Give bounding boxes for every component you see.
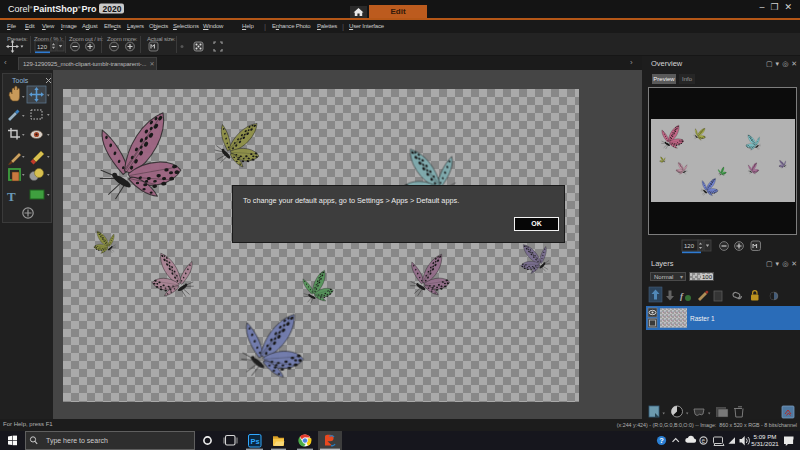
svg-text:e: e [702, 437, 706, 444]
svg-text:f: f [680, 291, 684, 301]
svg-text:Ps: Ps [251, 437, 260, 446]
svg-text:?: ? [659, 436, 664, 445]
svg-text:Tools: Tools [12, 77, 29, 84]
svg-text:T: T [7, 189, 16, 204]
svg-text:120: 120 [37, 44, 48, 50]
svg-text:Raster 1: Raster 1 [690, 315, 715, 322]
svg-text:120: 120 [684, 243, 695, 249]
